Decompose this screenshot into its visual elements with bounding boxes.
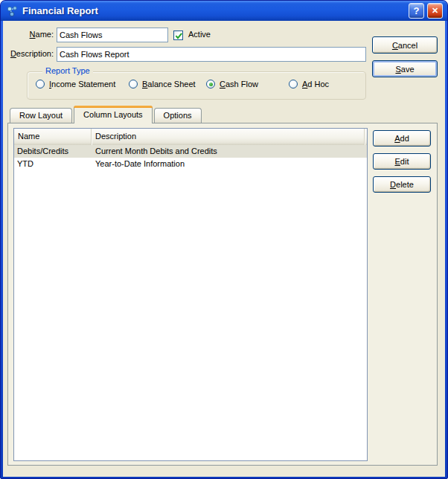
- tab-column-layouts[interactable]: Column Layouts: [74, 106, 153, 123]
- radio-ad-hoc[interactable]: Ad Hoc: [289, 80, 329, 89]
- tab-label: Row Layout: [19, 111, 63, 120]
- report-type-legend: Report Type: [42, 66, 93, 75]
- active-checkbox-label: Active: [188, 30, 211, 39]
- cancel-label-rest: ancel: [398, 41, 417, 50]
- checkmark-icon: [174, 31, 184, 41]
- tab-row-layout[interactable]: Row Layout: [10, 108, 72, 123]
- tab-strip: Row Layout Column Layouts Options: [10, 106, 203, 123]
- edit-label-rest: dit: [400, 157, 409, 166]
- radio-circle-icon: [36, 80, 45, 89]
- description-label-accesskey: D: [10, 49, 16, 58]
- column-header-name[interactable]: Name: [14, 129, 92, 145]
- window-title: Financial Report: [22, 5, 406, 16]
- dialog-body: Name: Active Description: Cancel Save Re…: [3, 21, 445, 477]
- name-label: Name:: [3, 30, 54, 39]
- radio-balance-sheet-label: Balance Sheet: [142, 80, 196, 89]
- close-button[interactable]: ✕: [427, 3, 443, 19]
- add-label-accesskey: A: [394, 134, 400, 143]
- save-button[interactable]: Save: [372, 60, 438, 77]
- column-header-description[interactable]: Description: [92, 129, 365, 145]
- table-row[interactable]: Debits/Credits Current Month Debits and …: [14, 145, 367, 158]
- name-label-accesskey: N: [30, 30, 36, 39]
- name-label-rest: ame:: [36, 30, 54, 39]
- save-label-accesskey: S: [395, 65, 400, 74]
- radio-income-statement[interactable]: Income Statement: [36, 80, 115, 89]
- radio-circle-icon: [289, 80, 298, 89]
- financial-report-dialog: Financial Report ? ✕ Name: Active Descri…: [0, 0, 448, 479]
- description-label: Description:: [3, 49, 54, 58]
- title-bar[interactable]: Financial Report ? ✕: [1, 1, 447, 21]
- edit-button[interactable]: Edit: [373, 153, 431, 170]
- radio-cash-flow-label: Cash Flow: [220, 80, 258, 89]
- radio-income-statement-label: Income Statement: [49, 80, 115, 89]
- list-header: Name Description: [14, 129, 367, 145]
- radio-balance-sheet[interactable]: Balance Sheet: [129, 80, 196, 89]
- tab-label: Column Layouts: [83, 110, 143, 119]
- radio-label-rest: alance Sheet: [147, 80, 195, 89]
- row-description-cell: Current Month Debits and Credits: [92, 145, 367, 158]
- edit-label-accesskey: E: [395, 157, 400, 166]
- help-icon: ?: [414, 5, 420, 16]
- add-label-rest: dd: [400, 134, 409, 143]
- radio-circle-icon: [206, 80, 215, 89]
- radio-label-rest: ncome Statement: [51, 80, 115, 89]
- name-input[interactable]: [57, 28, 168, 42]
- app-icon: [6, 5, 18, 17]
- description-input[interactable]: [57, 47, 366, 62]
- radio-label-accesskey: C: [220, 80, 225, 89]
- table-row[interactable]: YTD Year-to-Date Information: [14, 158, 367, 170]
- cancel-button[interactable]: Cancel: [372, 36, 438, 54]
- radio-cash-flow[interactable]: Cash Flow: [206, 80, 258, 89]
- report-type-groupbox: Report Type Income Statement Balance She…: [27, 71, 366, 100]
- delete-label-accesskey: D: [390, 180, 396, 189]
- active-checkbox[interactable]: [173, 30, 183, 40]
- column-layouts-panel: Name Description Debits/Credits Current …: [7, 123, 438, 466]
- help-button[interactable]: ?: [409, 3, 424, 19]
- radio-label-rest: d Hoc: [307, 80, 329, 89]
- radio-ad-hoc-label: Ad Hoc: [302, 80, 329, 89]
- radio-label-rest: ash Flow: [225, 80, 258, 89]
- delete-button[interactable]: Delete: [373, 176, 431, 193]
- close-icon: ✕: [432, 6, 438, 16]
- cancel-label-accesskey: C: [392, 41, 398, 50]
- save-label-rest: ave: [401, 65, 415, 74]
- column-layouts-list[interactable]: Name Description Debits/Credits Current …: [13, 128, 368, 461]
- radio-circle-icon: [129, 80, 138, 89]
- tab-options[interactable]: Options: [154, 108, 202, 123]
- row-name-cell: YTD: [14, 158, 92, 170]
- tab-label: Options: [164, 111, 192, 120]
- add-button[interactable]: Add: [373, 130, 431, 147]
- delete-label-rest: elete: [396, 180, 414, 189]
- description-label-rest: escription:: [16, 49, 54, 58]
- row-name-cell: Debits/Credits: [14, 145, 92, 158]
- row-description-cell: Year-to-Date Information: [92, 158, 367, 170]
